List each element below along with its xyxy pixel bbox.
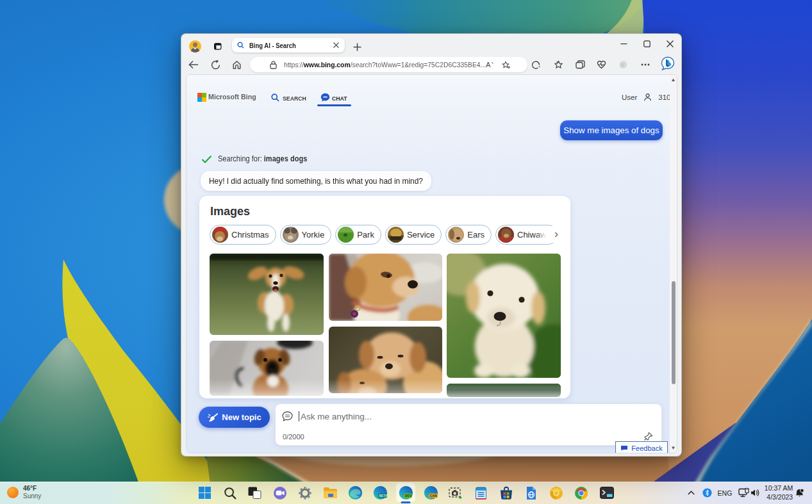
svg-text:A: A bbox=[486, 61, 491, 69]
svg-text:e: e bbox=[621, 61, 624, 68]
